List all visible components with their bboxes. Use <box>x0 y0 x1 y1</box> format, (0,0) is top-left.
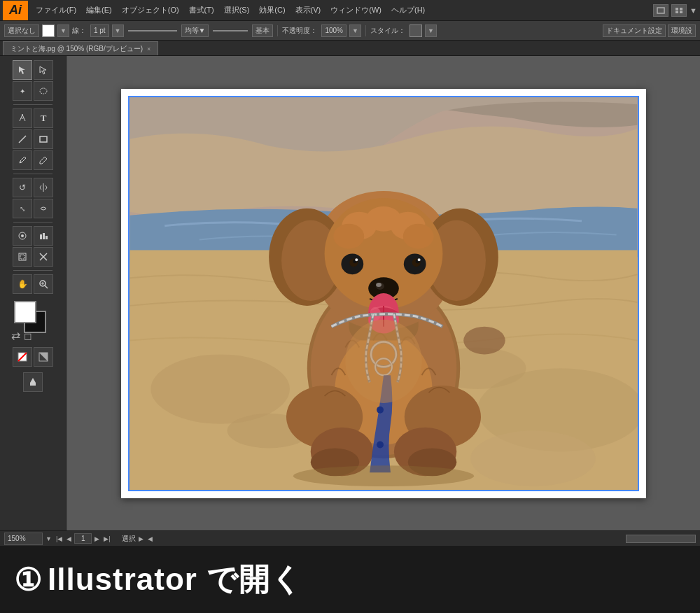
lasso-tool[interactable] <box>34 81 53 101</box>
tool-row-wand: ✦ <box>13 81 53 101</box>
select-tool[interactable] <box>13 60 32 80</box>
ai-logo: Ai <box>3 1 28 20</box>
artboard-tool[interactable] <box>13 247 32 267</box>
svg-line-20 <box>45 286 48 288</box>
menu-help[interactable]: ヘルプ(H) <box>386 2 430 18</box>
menu-view[interactable]: 表示(V) <box>290 2 326 18</box>
caption-area: ① Illustrator で開く <box>0 546 700 613</box>
rotate-tool[interactable]: ↺ <box>13 178 32 197</box>
line-tool[interactable] <box>13 129 32 149</box>
svg-rect-3 <box>676 11 678 13</box>
status-mode: 選択 <box>122 534 136 544</box>
base-dropdown[interactable]: 基本 <box>252 24 273 37</box>
color-swatch-area: ⇄ ◻ <box>8 301 57 343</box>
status-bar: 150% ▼ |◀ ◀ 1 ▶ ▶| 選択 ▶ ◀ <box>0 530 700 546</box>
first-page-btn[interactable]: |◀ <box>55 535 64 543</box>
tool-row-zoom: ✋ <box>13 274 53 294</box>
document-tab[interactable]: ミントと海.pg @ 150% (RGB/プレビュー) × <box>3 41 158 55</box>
menu-bar-right: ▼ <box>653 4 697 17</box>
left-toolbar: ✦ T <box>0 56 66 530</box>
page-navigation: |◀ ◀ 1 ▶ ▶| <box>55 533 112 544</box>
swap-colors-icon[interactable]: ⇄ <box>11 329 20 342</box>
tool-row-pen: T <box>13 108 53 128</box>
canvas-paper <box>121 89 646 498</box>
slice-tool[interactable] <box>34 247 53 267</box>
tool-sep-1 <box>13 104 52 105</box>
warp-tool[interactable] <box>34 199 53 218</box>
svg-point-37 <box>463 326 505 354</box>
style-dropdown[interactable]: ▼ <box>425 24 437 37</box>
menu-select[interactable]: 選択(S) <box>219 2 255 18</box>
env-settings-btn[interactable]: 環境設 <box>668 24 696 37</box>
equal-dropdown[interactable]: 均等▼ <box>181 24 209 37</box>
status-mode-arrow[interactable]: ▶ <box>139 535 144 542</box>
tool-row-rotate: ↺ <box>13 178 53 197</box>
menu-type[interactable]: 書式(T) <box>184 2 219 18</box>
rect-tool[interactable] <box>34 129 53 149</box>
scale-tool[interactable]: ⤡ <box>13 199 32 218</box>
tab-close-btn[interactable]: × <box>147 45 150 52</box>
tool-row-graph <box>13 226 53 246</box>
brush-tool[interactable] <box>13 150 32 170</box>
zoom-value[interactable]: 150% <box>4 533 43 545</box>
menu-effect[interactable]: 効果(C) <box>254 2 290 18</box>
toolbar: 選択なし ▼ 線： 1 pt ▼ 均等▼ 基本 不透明度： 100% ▼ スタイ… <box>0 21 700 41</box>
pencil-tool[interactable] <box>34 150 53 170</box>
zoom-dropdown-arrow[interactable]: ▼ <box>46 535 52 542</box>
pen-tool[interactable] <box>13 108 32 128</box>
menu-icon-2[interactable] <box>671 4 687 17</box>
doc-settings-btn[interactable]: ドキュメント設定 <box>603 24 666 37</box>
menu-arrow[interactable]: ▼ <box>690 6 697 15</box>
menu-bar: Ai ファイル(F) 編集(E) オブジェクト(O) 書式(T) 選択(S) 効… <box>0 0 700 21</box>
svg-rect-4 <box>680 11 682 13</box>
type-tool[interactable]: T <box>34 108 53 128</box>
menu-file[interactable]: ファイル(F) <box>31 2 81 18</box>
stroke-mode-dropdown[interactable]: ▼ <box>57 24 69 37</box>
opacity-dropdown[interactable]: ▼ <box>349 24 361 37</box>
direct-select-tool[interactable] <box>34 60 53 80</box>
menu-object[interactable]: オブジェクト(O) <box>117 2 184 18</box>
tool-row-scale: ⤡ <box>13 199 53 218</box>
tool-row-artboard <box>13 247 53 267</box>
select-dropdown[interactable]: 選択なし <box>4 24 39 37</box>
menu-edit[interactable]: 編集(E) <box>81 2 117 18</box>
svg-line-7 <box>19 136 26 143</box>
svg-rect-26 <box>30 383 36 386</box>
svg-point-81 <box>293 465 473 486</box>
default-colors-icon[interactable]: ◻ <box>24 330 32 341</box>
stroke-width[interactable]: 1 pt <box>90 24 109 37</box>
none-color-btn[interactable] <box>13 347 32 367</box>
status-bar-indicator <box>626 535 696 543</box>
hand-tool[interactable]: ✋ <box>13 274 32 294</box>
bottom-tools <box>23 372 43 392</box>
svg-point-79 <box>377 441 384 448</box>
symbol-tool[interactable] <box>13 226 32 246</box>
opacity-value[interactable]: 100% <box>321 24 346 37</box>
opacity-label: 不透明度： <box>282 26 317 36</box>
column-graph-tool[interactable] <box>34 226 53 246</box>
color-mode-btn[interactable] <box>34 347 53 367</box>
status-mode-arrow2[interactable]: ◀ <box>148 535 153 542</box>
document-canvas[interactable] <box>128 96 639 491</box>
eyedropper-tool[interactable] <box>23 372 43 392</box>
stroke-unit-dropdown[interactable]: ▼ <box>112 24 124 37</box>
tool-row-none-color <box>13 347 53 367</box>
current-page[interactable]: 1 <box>74 533 92 544</box>
zoom-tool[interactable] <box>34 274 53 294</box>
svg-point-59 <box>402 223 433 248</box>
magic-wand-tool[interactable]: ✦ <box>13 81 32 101</box>
style-box[interactable] <box>410 24 422 37</box>
svg-point-78 <box>377 406 384 413</box>
tool-row-line <box>13 129 53 149</box>
prev-page-btn[interactable]: ◀ <box>65 535 73 543</box>
svg-rect-2 <box>680 8 682 10</box>
tool-row-select <box>13 60 53 80</box>
mirror-tool[interactable] <box>34 178 53 197</box>
menu-window[interactable]: ウィンドウ(W) <box>326 2 386 18</box>
stroke-color-box[interactable] <box>42 24 55 37</box>
tab-bar: ミントと海.pg @ 150% (RGB/プレビュー) × <box>0 41 700 56</box>
foreground-color[interactable] <box>14 301 36 323</box>
menu-icon-1[interactable] <box>653 4 668 17</box>
last-page-btn[interactable]: ▶| <box>102 535 111 543</box>
next-page-btn[interactable]: ▶ <box>93 535 101 543</box>
